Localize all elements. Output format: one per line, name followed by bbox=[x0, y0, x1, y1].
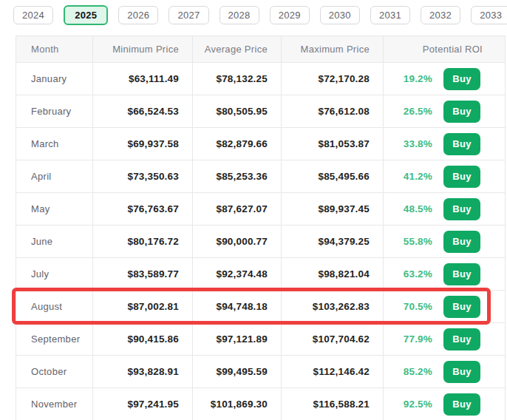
month-cell: October bbox=[16, 356, 93, 388]
buy-button[interactable]: Buy bbox=[443, 393, 480, 416]
roi-value: 55.8% bbox=[404, 236, 432, 247]
buy-button[interactable]: Buy bbox=[443, 101, 480, 123]
month-cell: November bbox=[16, 388, 93, 420]
roi-inner: 55.8%Buy bbox=[384, 226, 505, 257]
maximum-price-cell: $112,146.42 bbox=[282, 356, 384, 388]
header-col-potential-roi: Potential ROI bbox=[384, 36, 506, 63]
tab-year-2033[interactable]: 2033 bbox=[471, 6, 507, 24]
buy-button[interactable]: Buy bbox=[443, 263, 480, 285]
buy-button[interactable]: Buy bbox=[443, 361, 480, 383]
month-cell: June bbox=[16, 226, 93, 258]
roi-inner: 92.5%Buy bbox=[384, 388, 505, 420]
table-row-june: June$80,176.72$90,000.77$94,379.2555.8%B… bbox=[16, 226, 506, 258]
tab-year-2025[interactable]: 2025 bbox=[64, 5, 108, 25]
average-price-cell: $78,132.25 bbox=[193, 63, 282, 95]
roi-value: 85.2% bbox=[404, 366, 432, 377]
roi-value: 63.2% bbox=[404, 268, 432, 280]
buy-button[interactable]: Buy bbox=[443, 68, 480, 90]
roi-value: 41.2% bbox=[404, 171, 432, 182]
potential-roi-cell: 48.5%Buy bbox=[384, 193, 506, 226]
roi-inner: 33.8%Buy bbox=[384, 128, 505, 160]
table-row-april: April$73,350.63$85,253.36$85,495.6641.2%… bbox=[16, 160, 506, 193]
tab-year-2030[interactable]: 2030 bbox=[320, 6, 360, 24]
average-price-cell: $85,253.36 bbox=[193, 160, 282, 193]
buy-button[interactable]: Buy bbox=[443, 328, 480, 350]
roi-value: 19.2% bbox=[404, 73, 432, 84]
roi-inner: 41.2%Buy bbox=[384, 160, 505, 192]
buy-button[interactable]: Buy bbox=[443, 133, 480, 155]
roi-value: 48.5% bbox=[404, 203, 432, 214]
maximum-price-cell: $98,821.04 bbox=[282, 258, 384, 291]
price-table-container: MonthMinimum PriceAverage PriceMaximum P… bbox=[16, 35, 505, 420]
roi-value: 33.8% bbox=[404, 138, 432, 149]
header-col-maximum-price: Maximum Price bbox=[282, 36, 384, 63]
roi-inner: 85.2%Buy bbox=[384, 356, 505, 387]
month-cell: January bbox=[16, 63, 93, 95]
buy-button[interactable]: Buy bbox=[443, 231, 480, 253]
month-cell: August bbox=[16, 291, 93, 323]
minimum-price-cell: $87,002.81 bbox=[93, 291, 193, 323]
potential-roi-cell: 85.2%Buy bbox=[384, 356, 506, 388]
average-price-cell: $82,879.66 bbox=[193, 128, 282, 160]
year-tab-bar: 2024202520262027202820292030203120322033… bbox=[0, 4, 507, 26]
tab-year-2024[interactable]: 2024 bbox=[13, 6, 53, 24]
table-row-january: January$63,111.49$78,132.25$72,170.2819.… bbox=[16, 63, 506, 95]
minimum-price-cell: $76,763.67 bbox=[93, 193, 193, 226]
roi-value: 77.9% bbox=[404, 333, 432, 345]
buy-button[interactable]: Buy bbox=[443, 166, 480, 188]
roi-inner: 26.5%Buy bbox=[384, 95, 505, 127]
table-row-may: May$76,763.67$87,627.07$89,937.4548.5%Bu… bbox=[16, 193, 506, 226]
minimum-price-cell: $90,415.86 bbox=[93, 323, 193, 356]
buy-button[interactable]: Buy bbox=[443, 296, 480, 318]
roi-inner: 70.5%Buy bbox=[384, 291, 505, 322]
maximum-price-cell: $116,588.21 bbox=[282, 388, 384, 420]
month-cell: April bbox=[16, 160, 93, 193]
maximum-price-cell: $85,495.66 bbox=[282, 160, 384, 193]
maximum-price-cell: $94,379.25 bbox=[282, 226, 384, 258]
roi-value: 92.5% bbox=[404, 399, 432, 410]
minimum-price-cell: $93,828.91 bbox=[93, 356, 193, 388]
minimum-price-cell: $97,241.95 bbox=[93, 388, 193, 420]
minimum-price-cell: $69,937.58 bbox=[93, 128, 193, 160]
minimum-price-cell: $66,524.53 bbox=[93, 95, 193, 128]
potential-roi-cell: 19.2%Buy bbox=[384, 63, 506, 95]
tab-year-2026[interactable]: 2026 bbox=[118, 6, 158, 24]
potential-roi-cell: 77.9%Buy bbox=[384, 323, 506, 356]
maximum-price-cell: $81,053.87 bbox=[282, 128, 384, 160]
month-cell: February bbox=[16, 95, 93, 128]
potential-roi-cell: 70.5%Buy bbox=[384, 291, 506, 323]
tab-year-2032[interactable]: 2032 bbox=[421, 6, 460, 24]
table-row-march: March$69,937.58$82,879.66$81,053.8733.8%… bbox=[16, 128, 506, 160]
average-price-cell: $99,495.59 bbox=[193, 356, 282, 388]
minimum-price-cell: $80,176.72 bbox=[93, 226, 193, 258]
roi-value: 70.5% bbox=[404, 301, 432, 312]
header-col-month: Month bbox=[16, 36, 93, 63]
minimum-price-cell: $63,111.49 bbox=[93, 63, 193, 95]
tab-year-2027[interactable]: 2027 bbox=[169, 6, 208, 24]
minimum-price-cell: $73,350.63 bbox=[93, 160, 193, 193]
tab-year-2031[interactable]: 2031 bbox=[370, 6, 410, 24]
table-row-july: July$83,589.77$92,374.48$98,821.0463.2%B… bbox=[16, 258, 506, 291]
roi-value: 26.5% bbox=[404, 106, 432, 117]
potential-roi-cell: 92.5%Buy bbox=[384, 388, 506, 420]
maximum-price-cell: $103,262.83 bbox=[282, 291, 384, 323]
average-price-cell: $80,505.95 bbox=[193, 95, 282, 128]
buy-button[interactable]: Buy bbox=[443, 198, 480, 220]
table-header-row: MonthMinimum PriceAverage PriceMaximum P… bbox=[16, 36, 506, 63]
potential-roi-cell: 33.8%Buy bbox=[384, 128, 506, 160]
roi-inner: 77.9%Buy bbox=[384, 323, 505, 355]
month-cell: March bbox=[16, 128, 93, 160]
table-row-october: October$93,828.91$99,495.59$112,146.4285… bbox=[16, 356, 506, 388]
average-price-cell: $90,000.77 bbox=[193, 226, 282, 258]
tab-year-2028[interactable]: 2028 bbox=[220, 6, 259, 24]
table-row-november: November$97,241.95$101,869.30$116,588.21… bbox=[16, 388, 506, 420]
header-col-average-price: Average Price bbox=[193, 36, 282, 63]
month-cell: September bbox=[16, 323, 93, 356]
tab-year-2029[interactable]: 2029 bbox=[270, 6, 310, 24]
table-row-february: February$66,524.53$80,505.95$76,612.0826… bbox=[16, 95, 506, 128]
roi-inner: 63.2%Buy bbox=[384, 258, 505, 290]
table-row-august: August$87,002.81$94,748.18$103,262.8370.… bbox=[16, 291, 506, 323]
average-price-cell: $87,627.07 bbox=[193, 193, 282, 226]
maximum-price-cell: $89,937.45 bbox=[282, 193, 384, 226]
table-row-september: September$90,415.86$97,121.89$107,704.62… bbox=[16, 323, 506, 356]
